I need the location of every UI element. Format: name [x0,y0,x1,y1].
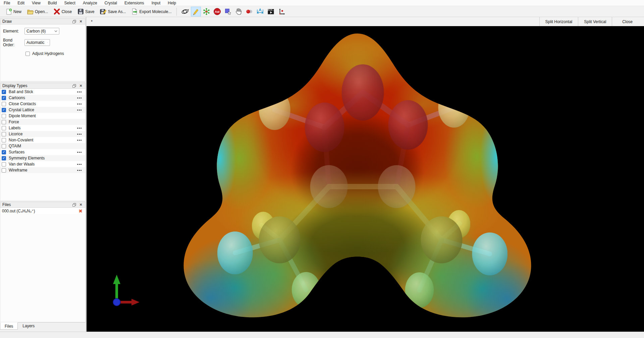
molecule-render [87,26,644,332]
save-button[interactable]: Save [74,7,97,16]
checkbox[interactable] [2,114,6,118]
bond-order-dropdown[interactable]: Automatic [24,39,50,46]
label-icon: AaI [213,8,221,15]
display-type-row-ball-and-stick[interactable]: Ball and Stick [0,89,85,95]
element-value: Carbon (6) [26,29,52,33]
tab-layers[interactable]: Layers [18,323,39,330]
files-panel-title: Files [2,202,70,207]
row-options-icon[interactable] [76,104,85,105]
checkbox[interactable] [2,126,6,130]
navigate-orbit-icon [181,8,189,15]
file-list-item[interactable]: 000.out (C₄H₈N₃⁺) ✖ [0,208,85,214]
display-type-row-force[interactable]: Force [0,119,85,125]
display-type-row-non-covalent[interactable]: Non-Covalent [0,137,85,143]
row-options-icon[interactable] [76,91,85,92]
checkbox[interactable] [2,96,6,100]
checkbox[interactable] [2,138,6,142]
menu-file[interactable]: File [0,0,14,6]
manipulate-tool-button[interactable] [234,7,244,16]
menu-crystal[interactable]: Crystal [101,0,121,6]
navigate-tool-button[interactable] [180,7,190,16]
menu-help[interactable]: Help [164,0,180,6]
checkbox[interactable] [2,162,6,166]
label-tool-button[interactable]: AaI [212,7,222,16]
close-panel-icon[interactable]: × [78,83,83,88]
export-molecule-button[interactable]: Export Molecule... [128,7,174,16]
close-view-button[interactable]: Close [612,17,644,26]
menu-input[interactable]: Input [148,0,164,6]
checkbox[interactable] [2,156,6,160]
row-options-icon[interactable] [76,128,85,129]
template-fragment-icon [203,8,210,15]
display-type-row-qtaim[interactable]: QTAIM [0,143,85,149]
display-type-row-close-contacts[interactable]: Close Contacts [0,101,85,107]
menu-view[interactable]: View [28,0,44,6]
checkbox[interactable] [2,144,6,148]
measure-icon [256,8,264,15]
gl-canvas[interactable] [87,26,644,332]
draw-tool-button[interactable] [191,7,201,16]
bond-order-label: Bond Order: [3,38,24,47]
align-tool-button[interactable] [277,7,287,16]
display-type-row-crystal-lattice[interactable]: Crystal Lattice [0,107,85,113]
row-options-icon[interactable] [76,152,85,153]
new-button[interactable]: New [3,7,24,16]
close-file-button[interactable]: Close [51,7,74,16]
row-options-icon[interactable] [76,134,85,135]
display-type-row-symmetry-elements[interactable]: Symmetry Elements [0,155,85,161]
menu-build[interactable]: Build [44,0,61,6]
close-panel-icon[interactable]: × [78,202,83,207]
tab-files[interactable]: Files [0,322,18,330]
menu-analyze[interactable]: Analyze [79,0,101,6]
close-panel-icon[interactable]: × [78,19,83,24]
chevron-down-icon [54,30,57,32]
select-tool-button[interactable] [223,7,233,16]
checkbox[interactable] [2,168,6,173]
display-type-row-surfaces[interactable]: Surfaces [0,149,85,155]
files-panel-body: 000.out (C₄H₈N₃⁺) ✖ [0,208,86,322]
bond-centric-tool-button[interactable] [245,7,255,16]
checkbox[interactable] [2,150,6,154]
files-panel-titlebar: Files × [0,202,86,208]
row-options-icon[interactable] [76,164,85,165]
split-vertical-button[interactable]: Split Vertical [578,17,612,26]
toolbar-separator [176,8,177,16]
status-bar [0,332,644,338]
menu-edit[interactable]: Edit [14,0,28,6]
display-types-titlebar: Display Types × [0,83,86,89]
checkbox[interactable] [2,90,6,94]
display-type-row-wireframe[interactable]: Wireframe [0,167,85,173]
animation-tool-button[interactable] [266,7,276,16]
adjust-hydrogens-label: Adjust Hydrogens [32,51,64,56]
row-options-icon[interactable] [76,97,85,98]
split-horizontal-button[interactable]: Split Horizontal [539,17,578,26]
measure-tool-button[interactable] [255,7,265,16]
row-options-icon[interactable] [76,140,85,141]
save-as-label: Save As... [108,9,126,14]
checkbox[interactable] [2,132,6,136]
menu-extensions[interactable]: Extensions [121,0,148,6]
adjust-hydrogens-checkbox[interactable] [25,52,30,56]
float-panel-icon[interactable] [72,202,76,207]
row-options-icon[interactable] [76,170,85,171]
element-dropdown[interactable]: Carbon (6) [24,28,59,35]
checkbox[interactable] [2,108,6,112]
display-type-row-cartoons[interactable]: Cartoons [0,95,85,101]
open-button[interactable]: Open... [24,7,51,16]
float-panel-icon[interactable] [72,83,76,88]
row-options-icon[interactable] [76,110,85,111]
remove-file-icon[interactable]: ✖ [78,209,83,213]
display-type-row-licorice[interactable]: Licorice [0,131,85,137]
menu-select[interactable]: Select [61,0,79,6]
display-type-row-dipole-moment[interactable]: Dipole Moment [0,113,85,119]
checkbox[interactable] [2,120,6,124]
template-tool-button[interactable] [202,7,212,16]
checkbox[interactable] [2,102,6,106]
display-type-row-van-der-waals[interactable]: Van der Waals [0,161,85,167]
bond-order-value: Automatic [26,40,44,45]
save-as-button[interactable]: Save As... [97,7,128,16]
display-type-row-labels[interactable]: Labels [0,125,85,131]
save-floppy-icon [77,8,84,15]
dock-tab-bar: Files Layers [0,322,86,330]
float-panel-icon[interactable] [72,19,76,24]
